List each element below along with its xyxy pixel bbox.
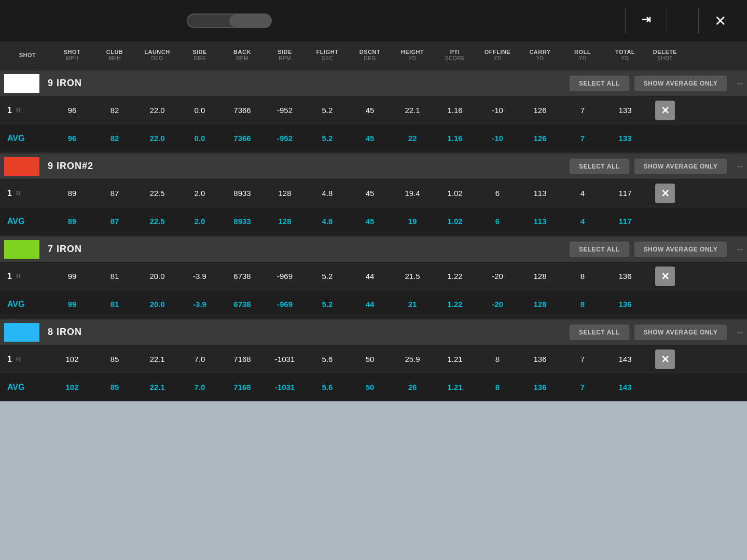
back-value: 8933 <box>221 189 264 198</box>
side-rpm-value: -969 <box>264 272 306 281</box>
avg-label: AVG <box>7 300 24 309</box>
club-name: 7 IRON <box>48 244 564 255</box>
total-value: 136 <box>604 272 646 281</box>
show-average-only-button[interactable]: SHOW AVERAGE ONLY <box>634 76 727 91</box>
avg-club-mph: 82 <box>93 134 136 143</box>
offline-value: 8 <box>476 355 519 363</box>
header-actions: ⇥ ✕ <box>625 7 737 35</box>
show-average-only-button[interactable]: SHOW AVERAGE ONLY <box>634 325 727 340</box>
avg-pti: 1.16 <box>434 134 476 143</box>
avg-label: AVG <box>7 217 24 226</box>
avg-dscnt: 45 <box>349 217 391 226</box>
pti-value: 1.16 <box>434 106 476 115</box>
offline-value: -10 <box>476 106 519 115</box>
avg-back: 8933 <box>221 217 264 226</box>
delete-shot-button[interactable]: ✕ <box>655 184 675 203</box>
tab-group <box>187 13 272 28</box>
avg-total: 136 <box>604 300 646 309</box>
back-value: 7366 <box>221 106 264 115</box>
avg-pti: 1.22 <box>434 300 476 309</box>
col-delete: DELETESHOT <box>646 49 684 62</box>
export-icon: ⇥ <box>641 13 651 26</box>
table-row: 1 R 89 87 22.5 2.0 8933 128 4.8 45 19.4 … <box>0 179 747 207</box>
select-all-button[interactable]: SELECT ALL <box>570 242 629 257</box>
side-deg-value: 2.0 <box>178 189 221 198</box>
avg-carry: 128 <box>519 300 561 309</box>
shot-number: 1 <box>7 189 12 198</box>
avg-dscnt: 50 <box>349 383 391 391</box>
delete-cell: ✕ <box>646 184 684 203</box>
avg-total: 117 <box>604 217 646 226</box>
show-average-only-button[interactable]: SHOW AVERAGE ONLY <box>634 159 727 174</box>
col-dscnt: DSCNTDEG <box>349 49 391 62</box>
table-row: 1 R 102 85 22.1 7.0 7168 -1031 5.6 50 25… <box>0 345 747 373</box>
col-side-deg: SIDEDEG <box>178 49 221 62</box>
avg-height: 22 <box>391 134 434 143</box>
shot-side: R <box>16 189 21 197</box>
avg-label: AVG <box>7 383 24 392</box>
flight-value: 4.8 <box>306 189 349 198</box>
tab-shot-history[interactable] <box>188 15 229 27</box>
avg-roll: 4 <box>561 217 604 226</box>
side-deg-value: 0.0 <box>178 106 221 115</box>
carry-value: 126 <box>519 106 561 115</box>
club-group-2: 7 IRON SELECT ALL SHOW AVERAGE ONLY -- <box>0 235 747 262</box>
flight-value: 5.2 <box>306 272 349 281</box>
shot-cell: 1 R <box>4 355 51 364</box>
avg-side-rpm: 128 <box>264 217 306 226</box>
avg-back: 7366 <box>221 134 264 143</box>
club-color-bar <box>4 74 39 93</box>
new-session-button[interactable] <box>672 7 693 35</box>
avg-label-cell: AVG <box>4 217 51 226</box>
avg-club-mph: 81 <box>93 300 136 309</box>
club-group-1: 9 IRON#2 SELECT ALL SHOW AVERAGE ONLY -- <box>0 152 747 179</box>
club-name: 8 IRON <box>48 327 564 338</box>
club-dash: -- <box>737 328 743 337</box>
launch-value: 22.5 <box>136 189 178 198</box>
avg-side-rpm: -952 <box>264 134 306 143</box>
launch-value: 22.0 <box>136 106 178 115</box>
show-average-only-button[interactable]: SHOW AVERAGE ONLY <box>634 242 727 257</box>
shot-mph-value: 89 <box>51 189 93 198</box>
avg-launch: 22.5 <box>136 217 178 226</box>
col-roll: ROLLYD <box>561 49 604 62</box>
avg-height: 19 <box>391 217 434 226</box>
avg-shot-mph: 96 <box>51 134 93 143</box>
delete-shot-button[interactable]: ✕ <box>655 267 675 286</box>
avg-total: 133 <box>604 134 646 143</box>
delete-shot-button[interactable]: ✕ <box>655 349 675 369</box>
delete-shot-button[interactable]: ✕ <box>655 101 675 120</box>
launch-value: 22.1 <box>136 355 178 363</box>
tab-shot-plotting[interactable] <box>229 15 271 27</box>
divider <box>698 8 699 34</box>
side-rpm-value: 128 <box>264 189 306 198</box>
avg-launch: 22.1 <box>136 383 178 391</box>
select-all-button[interactable]: SELECT ALL <box>570 76 629 91</box>
avg-shot-mph: 99 <box>51 300 93 309</box>
avg-back: 7168 <box>221 383 264 391</box>
avg-side-deg: -3.9 <box>178 300 221 309</box>
shot-cell: 1 R <box>4 272 51 281</box>
total-value: 133 <box>604 106 646 115</box>
club-color-bar <box>4 323 39 342</box>
avg-label-cell: AVG <box>4 300 51 309</box>
table-body: 9 IRON SELECT ALL SHOW AVERAGE ONLY -- 1… <box>0 69 747 401</box>
avg-row: AVG 102 85 22.1 7.0 7168 -1031 5.6 50 26… <box>0 373 747 401</box>
avg-offline: -10 <box>476 134 519 143</box>
avg-roll: 8 <box>561 300 604 309</box>
close-button[interactable]: ✕ <box>704 7 737 35</box>
avg-launch: 20.0 <box>136 300 178 309</box>
back-value: 7168 <box>221 355 264 363</box>
avg-back: 6738 <box>221 300 264 309</box>
select-all-button[interactable]: SELECT ALL <box>570 159 629 174</box>
avg-flight: 5.2 <box>306 134 349 143</box>
select-all-button[interactable]: SELECT ALL <box>570 325 629 340</box>
club-dash: -- <box>737 79 743 88</box>
col-side-rpm: SIDERPM <box>264 49 306 62</box>
flight-value: 5.2 <box>306 106 349 115</box>
total-value: 143 <box>604 355 646 363</box>
carry-value: 113 <box>519 189 561 198</box>
total-value: 117 <box>604 189 646 198</box>
export-button[interactable]: ⇥ <box>631 7 661 35</box>
avg-carry: 113 <box>519 217 561 226</box>
